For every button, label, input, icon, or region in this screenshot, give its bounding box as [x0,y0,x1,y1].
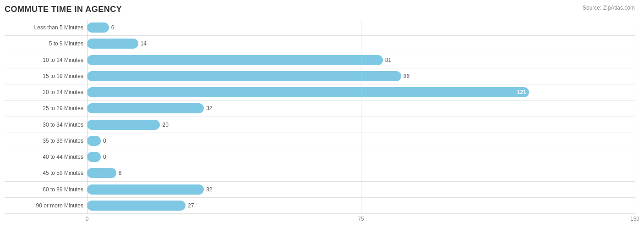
bar-value: 86 [404,73,409,79]
bar-label: 40 to 44 Minutes [5,154,87,160]
bar-row: Less than 5 Minutes6 [5,20,635,36]
bar-label: 15 to 19 Minutes [5,73,87,79]
bar [87,136,101,146]
bar-value: 14 [141,40,147,47]
bar-track: 121 [87,85,635,99]
bar-value: 6 [111,24,115,31]
bar-track: 32 [87,183,635,196]
bar-label: Less than 5 Minutes [5,24,87,31]
bar [87,201,186,211]
x-axis: 075150 [87,214,635,223]
bar-label: 20 to 24 Minutes [5,89,87,95]
bar-row: 25 to 29 Minutes32 [5,100,635,117]
bar-row: 90 or more Minutes27 [5,198,635,214]
x-axis-label: 75 [358,216,364,222]
bar-label: 90 or more Minutes [5,202,87,209]
bar-value: 32 [206,186,212,193]
bar-track: 0 [87,150,635,164]
bar-track: 6 [87,21,635,34]
chart-area: Less than 5 Minutes65 to 9 Minutes1410 t… [5,20,635,214]
bar-row: 60 to 89 Minutes32 [5,182,635,198]
chart-title: COMMUTE TIME IN AGENCY [5,5,635,14]
bar-row: 20 to 24 Minutes121 [5,84,635,100]
bar-row: 10 to 14 Minutes81 [5,52,635,68]
bar-track: 0 [87,134,635,148]
chart-container: COMMUTE TIME IN AGENCY Source: ZipAtlas.… [0,0,644,240]
bar-value: 81 [385,57,391,63]
bar [87,71,401,81]
bar-label: 25 to 29 Minutes [5,105,87,112]
bar-track: 8 [87,166,635,180]
bar-row: 5 to 9 Minutes14 [5,36,635,52]
bar [87,120,160,130]
bar: 121 [87,87,529,97]
bar-value: 121 [517,89,526,95]
source-text: Source: ZipAtlas.com [583,5,635,11]
bar-label: 30 to 34 Minutes [5,122,87,128]
bar-value: 0 [103,154,106,160]
bar [87,168,116,178]
bar [87,22,109,33]
bar-value: 32 [206,105,212,112]
x-axis-label: 0 [86,216,89,222]
bar-row: 35 to 39 Minutes0 [5,133,635,149]
bar-track: 86 [87,69,635,83]
bar [87,152,101,162]
bar-row: 30 to 34 Minutes20 [5,117,635,133]
bar [87,55,383,65]
bar-track: 81 [87,53,635,67]
bar-label: 10 to 14 Minutes [5,57,87,63]
bar-value: 0 [103,138,106,144]
bar-track: 14 [87,37,635,50]
grid-line [635,20,635,214]
bar-value: 20 [162,122,168,128]
bar-label: 60 to 89 Minutes [5,186,87,193]
bar [87,103,204,113]
bar [87,39,138,49]
bar-track: 32 [87,101,635,115]
bar-label: 45 to 59 Minutes [5,170,87,176]
x-axis-label: 150 [630,216,639,222]
bar-label: 5 to 9 Minutes [5,40,87,47]
bar-row: 40 to 44 Minutes0 [5,149,635,165]
bar-value: 8 [119,170,122,176]
bar-track: 27 [87,199,635,212]
bar-value: 27 [188,202,194,209]
bar [87,184,204,195]
bar-row: 45 to 59 Minutes8 [5,165,635,181]
bar-track: 20 [87,118,635,132]
bar-row: 15 to 19 Minutes86 [5,68,635,84]
bar-label: 35 to 39 Minutes [5,138,87,144]
